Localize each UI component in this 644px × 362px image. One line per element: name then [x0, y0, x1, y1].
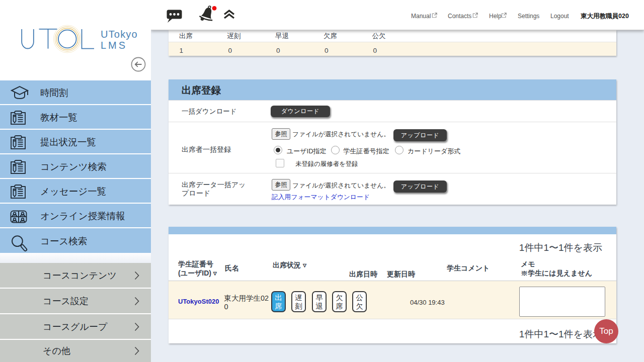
svg-text:UTokyo: UTokyo [101, 29, 138, 40]
svg-text:LMS: LMS [101, 40, 127, 51]
